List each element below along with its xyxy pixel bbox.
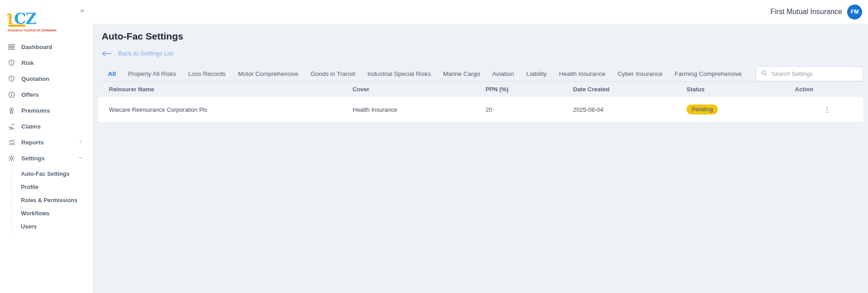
sidebar-item-label: Risk xyxy=(21,60,34,66)
collapse-sidebar-icon[interactable]: « xyxy=(80,6,84,14)
tab-loss-records[interactable]: Loss Records xyxy=(188,70,226,77)
tab-farming-comprehensive[interactable]: Farming Comprehensive xyxy=(675,70,742,77)
search-icon xyxy=(761,70,768,78)
sidebar-item-roles-permissions[interactable]: Roles & Permissions xyxy=(12,194,93,207)
sidebar-item-offers[interactable]: Offers xyxy=(0,87,93,103)
tabs-bar: All Property All Risks Loss Records Moto… xyxy=(98,66,863,81)
shield-icon xyxy=(8,75,15,83)
sidebar-item-auto-fac-settings[interactable]: Auto-Fac Settings xyxy=(12,167,93,180)
page-title: Auto-Fac Settings xyxy=(102,31,863,42)
avatar[interactable]: FM xyxy=(847,5,862,20)
column-header-cover: Cover xyxy=(353,86,485,93)
sidebar-item-dashboard[interactable]: Dashboard xyxy=(0,39,93,55)
shield-icon xyxy=(8,59,15,67)
sidebar-item-workflows[interactable]: Workflows xyxy=(12,207,93,220)
sidebar-item-settings[interactable]: Settings xyxy=(0,150,93,166)
tab-aviation[interactable]: Aviation xyxy=(492,70,514,77)
tab-health-insurance[interactable]: Health Insurance xyxy=(559,70,605,77)
chart-icon xyxy=(8,139,15,146)
table-row: Waicare Reinsurance Corporation Plc Heal… xyxy=(98,97,863,123)
sidebar-nav: Dashboard Risk Quotation Offers xyxy=(0,39,93,233)
back-to-settings-link[interactable]: Back to Settings List xyxy=(102,50,863,57)
page-content: Auto-Fac Settings Back to Settings List … xyxy=(93,24,868,293)
sidebar: i CZ Insurance Council of Zimbabwe « Das… xyxy=(0,0,93,293)
award-icon xyxy=(8,107,15,114)
arrow-left-icon xyxy=(102,51,112,56)
logo-tagline: Insurance Council of Zimbabwe xyxy=(8,29,57,32)
sidebar-item-label: Settings xyxy=(21,155,44,162)
sidebar-item-profile[interactable]: Profile xyxy=(12,180,93,194)
sidebar-item-label: Reports xyxy=(21,139,44,146)
organization-name: First Mutual Insurance xyxy=(770,8,842,16)
chevron-down-icon xyxy=(78,154,83,163)
search-settings-box[interactable] xyxy=(756,66,863,81)
sidebar-item-label: Dashboard xyxy=(21,44,52,50)
circle-chevron-icon xyxy=(8,91,15,99)
column-header-ppn: PPN (%) xyxy=(485,86,573,93)
cell-cover: Health Insurance xyxy=(353,106,485,113)
tab-goods-in-transit[interactable]: Goods in Transit xyxy=(310,70,355,77)
search-input[interactable] xyxy=(771,70,858,77)
table-header-row: Reinsurer Name Cover PPN (%) Date Create… xyxy=(98,82,863,97)
status-badge: Pending xyxy=(687,104,718,114)
column-header-action: Action xyxy=(795,86,863,93)
gear-icon xyxy=(8,154,15,162)
column-header-reinsurer-name: Reinsurer Name xyxy=(98,86,353,93)
tab-cyber-insurance[interactable]: Cyber Insurance xyxy=(618,70,662,77)
sidebar-item-claims[interactable]: Claims xyxy=(0,119,93,134)
sidebar-item-premiums[interactable]: Premiums xyxy=(0,103,93,119)
cell-reinsurer-name: Waicare Reinsurance Corporation Plc xyxy=(98,106,353,113)
sidebar-item-users[interactable]: Users xyxy=(12,220,93,233)
sidebar-item-label: Claims xyxy=(21,123,41,130)
cell-date-created: 2025-08-04 xyxy=(573,106,687,113)
settings-submenu: Auto-Fac Settings Profile Roles & Permis… xyxy=(11,167,93,233)
tab-motor-comprehensive[interactable]: Motor Comprehensive xyxy=(238,70,299,77)
back-link-label: Back to Settings List xyxy=(118,50,173,57)
icz-logo: i CZ Insurance Council of Zimbabwe xyxy=(8,5,57,32)
tab-liability[interactable]: Liability xyxy=(526,70,547,77)
sidebar-item-label: Quotation xyxy=(21,75,49,82)
dashboard-grid-icon xyxy=(8,43,15,51)
tab-marine-cargo[interactable]: Marine Cargo xyxy=(443,70,480,77)
sidebar-item-label: Premiums xyxy=(21,107,50,114)
sidebar-item-quotation[interactable]: Quotation xyxy=(0,71,93,87)
column-header-status: Status xyxy=(687,86,795,93)
chevron-right-icon xyxy=(78,139,83,147)
row-actions-kebab-icon[interactable]: ⋮ xyxy=(824,106,831,114)
main-area: First Mutual Insurance FM Auto-Fac Setti… xyxy=(93,0,868,293)
tab-all[interactable]: All xyxy=(108,70,116,77)
tab-industrial-special-risks[interactable]: Industrial Special Risks xyxy=(368,70,431,77)
app-root: i CZ Insurance Council of Zimbabwe « Das… xyxy=(0,0,868,293)
tab-property-all-risks[interactable]: Property All Risks xyxy=(128,70,176,77)
settings-table: Reinsurer Name Cover PPN (%) Date Create… xyxy=(98,81,863,123)
hand-check-icon xyxy=(8,123,15,130)
cell-ppn: 20 xyxy=(485,106,573,113)
sidebar-item-risk[interactable]: Risk xyxy=(0,55,93,71)
logo-letters-cz: CZ xyxy=(14,11,36,26)
column-header-date-created: Date Created xyxy=(573,86,687,93)
sidebar-item-reports[interactable]: Reports xyxy=(0,134,93,150)
topbar: First Mutual Insurance FM xyxy=(93,0,868,24)
sidebar-item-label: Offers xyxy=(21,91,39,98)
